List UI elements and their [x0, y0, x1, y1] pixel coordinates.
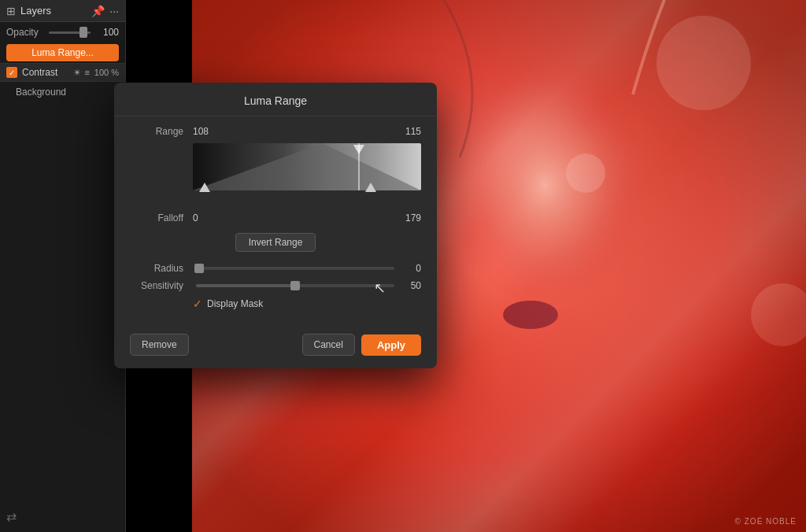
svg-point-3 [656, 16, 751, 110]
dialog-title: Luma Range [244, 94, 307, 107]
falloff-left-thumb[interactable] [199, 183, 210, 192]
layers-icon: ⊞ [6, 5, 16, 17]
opacity-row: Opacity 100 [0, 22, 125, 42]
sliders-icon: ≡ [84, 68, 89, 77]
range-right-value: 115 [396, 126, 421, 137]
range-left-value: 108 [193, 126, 218, 137]
dialog-title-bar: Luma Range [114, 83, 437, 116]
opacity-value: 100 [97, 27, 119, 38]
contrast-checkbox[interactable]: ✓ [6, 67, 17, 78]
more-icon[interactable]: ··· [109, 5, 119, 17]
range-vertical-line [358, 143, 359, 190]
falloff-label: Falloff [130, 212, 193, 224]
radius-label: Radius [130, 263, 193, 274]
watermark: © ZOÉ NOBLE [735, 517, 797, 526]
falloff-left-value: 0 [193, 212, 218, 224]
sensitivity-fill [196, 284, 295, 287]
layers-title: Layers [20, 5, 87, 17]
opacity-thumb[interactable] [79, 27, 87, 38]
dialog-buttons: Remove Cancel Apply [114, 334, 437, 356]
sensitivity-slider[interactable] [196, 284, 394, 287]
opacity-slider[interactable] [49, 31, 91, 34]
contrast-percent: 100 % [94, 68, 119, 77]
radius-slider[interactable] [196, 267, 394, 270]
luma-range-button[interactable]: Luma Range... [6, 44, 119, 61]
display-mask-checkbox[interactable]: ✓ [193, 297, 202, 310]
histogram-triangle [193, 143, 421, 190]
luma-range-dialog: Luma Range Range 108 115 [114, 83, 437, 368]
remove-button[interactable]: Remove [130, 334, 189, 356]
background-label: Background [16, 87, 66, 98]
background-row: Background [0, 82, 125, 102]
cancel-button[interactable]: Cancel [302, 334, 355, 356]
invert-row: Invert Range [130, 233, 421, 252]
sensitivity-row: Sensitivity 50 [130, 280, 421, 291]
range-label: Range [130, 126, 193, 137]
sensitivity-value: 50 [397, 280, 421, 291]
radius-row: Radius 0 [130, 263, 421, 274]
svg-marker-6 [193, 143, 421, 190]
opacity-label: Opacity [6, 27, 43, 38]
pin-icon[interactable]: 📌 [91, 5, 105, 17]
layers-header: ⊞ Layers 📌 ··· [0, 0, 125, 22]
sun-icon: ☀ [73, 68, 81, 78]
radius-thumb[interactable] [194, 264, 204, 273]
falloff-right-thumb[interactable] [365, 183, 376, 192]
contrast-icons: ☀ ≡ [73, 68, 89, 78]
layers-bottom-icon[interactable]: ⇄ [6, 509, 17, 524]
radius-value: 0 [397, 263, 421, 274]
svg-point-4 [566, 153, 605, 193]
svg-point-2 [503, 301, 558, 329]
falloff-row: Falloff 0 179 [130, 212, 421, 224]
dialog-body: Range 108 115 Falloff 0 1 [114, 116, 437, 331]
apply-button[interactable]: Apply [361, 334, 421, 356]
sensitivity-thumb[interactable] [290, 281, 300, 290]
falloff-right-value: 179 [396, 212, 421, 224]
display-mask-label: Display Mask [207, 298, 263, 309]
display-mask-row: ✓ Display Mask [130, 297, 421, 310]
sensitivity-label: Sensitivity [130, 280, 193, 291]
layers-panel: ⊞ Layers 📌 ··· Opacity 100 Luma Range...… [0, 0, 126, 532]
contrast-label: Contrast [22, 67, 68, 78]
invert-range-button[interactable]: Invert Range [235, 233, 316, 252]
histogram-container [130, 143, 421, 206]
range-row: Range 108 115 [130, 126, 421, 137]
contrast-row: ✓ Contrast ☀ ≡ 100 % [0, 63, 125, 82]
